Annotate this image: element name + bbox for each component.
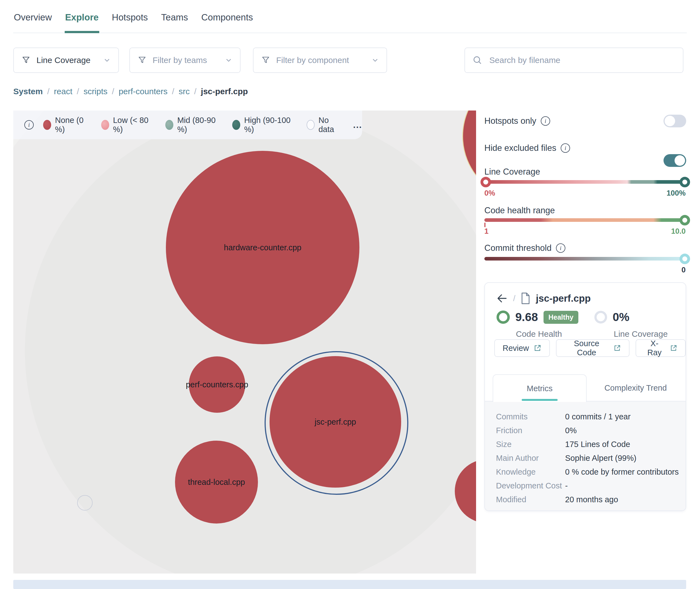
chevron-down-icon [371, 56, 379, 64]
line-coverage-min-label: 0% [484, 189, 495, 198]
review-button[interactable]: Review [494, 339, 550, 357]
legend-dot-high [232, 120, 240, 130]
commit-threshold-value-label: 0 [665, 266, 686, 274]
line-coverage-stat: 0% [594, 311, 629, 324]
filename-search[interactable] [464, 47, 683, 73]
breadcrumb-src[interactable]: src [179, 87, 190, 96]
commit-threshold-handle[interactable] [680, 254, 690, 264]
line-coverage-stat-label: Line Coverage [614, 329, 668, 339]
breadcrumb-system[interactable]: System [13, 87, 43, 96]
legend-item-none: None (0 %) [43, 116, 92, 134]
commit-threshold-slider-track[interactable] [484, 257, 686, 260]
file-card-header: / jsc-perf.cpp [496, 292, 591, 305]
code-health-stat-label: Code Health [516, 329, 562, 339]
code-health-range-label: Code health range [484, 206, 555, 215]
back-arrow-icon[interactable] [496, 292, 508, 305]
legend-dot-no-data [307, 120, 315, 130]
horizontal-scrollbar[interactable] [13, 580, 686, 589]
tab-components[interactable]: Components [201, 8, 254, 33]
external-link-icon [533, 344, 542, 352]
bubble-thread-local[interactable]: thread-local.cpp [175, 441, 258, 524]
hide-excluded-label: Hide excluded files i [484, 143, 570, 153]
legend-dot-none [43, 120, 51, 130]
funnel-icon [137, 55, 147, 65]
external-link-icon [670, 344, 678, 352]
healthy-badge: Healthy [544, 311, 578, 324]
search-icon [472, 55, 483, 65]
funnel-icon [261, 55, 271, 65]
legend-item-mid: Mid (80-90 %) [165, 116, 223, 134]
hotspots-only-toggle[interactable] [664, 115, 686, 127]
hotspots-only-info-icon[interactable]: i [541, 116, 550, 126]
metric-filter-dropdown[interactable]: Line Coverage [13, 47, 119, 73]
line-coverage-value: 0% [613, 311, 629, 324]
code-health-ring-icon [497, 311, 510, 324]
metric-row-knowledge: Knowledge 0 % code by former contributor… [496, 465, 686, 479]
source-code-button[interactable]: Source Code [556, 339, 629, 357]
metric-row-development-cost: Development Cost - [496, 479, 686, 493]
line-coverage-max-label: 100% [665, 189, 686, 198]
line-coverage-slider-track[interactable] [484, 180, 686, 184]
file-card-actions: Review Source Code X-Ray [494, 339, 686, 357]
tab-overview[interactable]: Overview [13, 8, 52, 33]
breadcrumb: System / react / scripts / perf-counters… [13, 87, 248, 96]
component-filter-placeholder: Filter by component [276, 55, 349, 65]
funnel-icon [21, 55, 31, 65]
tab-teams[interactable]: Teams [161, 8, 188, 33]
legend-item-low: Low (< 80 %) [101, 116, 156, 134]
line-coverage-ring-icon [594, 311, 607, 324]
teams-filter-placeholder: Filter by teams [153, 55, 207, 65]
breadcrumb-react[interactable]: react [54, 87, 73, 96]
x-ray-button[interactable]: X-Ray [636, 339, 686, 357]
hotspots-only-label: Hotspots only i [484, 116, 550, 126]
code-health-slider-track[interactable] [484, 218, 686, 222]
metrics-panel: Commits 0 commits / 1 year Friction 0% S… [485, 401, 686, 511]
legend-dot-low [101, 120, 109, 130]
breadcrumb-perf-counters[interactable]: perf-counters [119, 87, 167, 96]
breadcrumb-current-file: jsc-perf.cpp [201, 87, 248, 96]
component-filter-dropdown[interactable]: Filter by component [253, 47, 387, 73]
bubble-chart-canvas[interactable]: hardware-counter.cpp perf-counters.cpp j… [13, 111, 476, 574]
line-coverage-min-handle[interactable] [480, 177, 491, 187]
bubble-no-data-small[interactable] [77, 495, 93, 511]
metric-row-commits: Commits 0 commits / 1 year [496, 410, 686, 423]
legend-item-no-data: No data [307, 116, 344, 134]
top-nav: Overview Explore Hotspots Teams Componen… [13, 8, 687, 33]
file-card-title: jsc-perf.cpp [536, 293, 590, 304]
metric-row-size: Size 175 Lines of Code [496, 437, 686, 451]
hide-excluded-toggle[interactable] [664, 154, 686, 167]
code-health-stat: 9.68 Healthy [497, 311, 578, 324]
metric-row-friction: Friction 0% [496, 423, 686, 437]
hide-excluded-info-icon[interactable]: i [561, 143, 570, 153]
legend-item-high: High (90-100 %) [232, 116, 297, 134]
bubble-perf-counters[interactable]: perf-counters.cpp [189, 356, 245, 413]
code-health-value: 9.68 [515, 311, 538, 324]
teams-filter-dropdown[interactable]: Filter by teams [129, 47, 241, 73]
legend-dot-mid [165, 120, 173, 130]
coverage-legend: i None (0 %) Low (< 80 %) Mid (80-90 %) … [13, 111, 362, 139]
commit-threshold-label: Commit threshold i [484, 243, 565, 253]
legend-more-button[interactable]: ... [353, 120, 362, 130]
tab-hotspots[interactable]: Hotspots [111, 8, 148, 33]
metric-filter-value: Line Coverage [36, 55, 91, 65]
code-health-max-handle[interactable] [680, 215, 690, 225]
bubble-hardware-counter[interactable]: hardware-counter.cpp [166, 151, 360, 344]
bubble-label: jsc-perf.cpp [315, 417, 356, 426]
breadcrumb-scripts[interactable]: scripts [84, 87, 108, 96]
chevron-down-icon [225, 56, 233, 64]
commit-threshold-info-icon[interactable]: i [556, 243, 565, 253]
line-coverage-max-handle[interactable] [680, 177, 690, 187]
active-tab-underline [522, 399, 558, 401]
bubble-jsc-perf[interactable]: jsc-perf.cpp [270, 356, 401, 487]
tab-metrics[interactable]: Metrics [493, 374, 587, 402]
metric-row-modified: Modified 20 months ago [496, 493, 686, 507]
legend-info-icon[interactable]: i [24, 120, 34, 130]
tab-explore[interactable]: Explore [65, 8, 99, 33]
bubble-label: thread-local.cpp [188, 478, 245, 487]
line-coverage-slider-label: Line Coverage [484, 167, 540, 177]
code-health-min-tick [484, 223, 485, 227]
search-input[interactable] [489, 55, 676, 65]
tab-complexity-trend[interactable]: Complexity Trend [585, 374, 686, 401]
bubble-label: perf-counters.cpp [186, 380, 248, 389]
external-link-icon [613, 344, 621, 352]
